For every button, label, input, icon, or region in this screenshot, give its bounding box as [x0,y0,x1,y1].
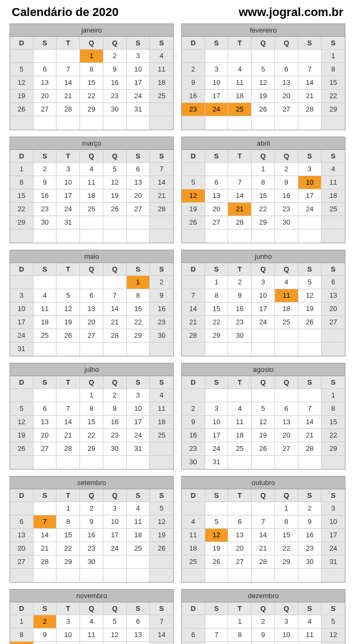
week-row: 567891011 [182,176,345,189]
day-cell: 20 [205,203,229,216]
weekday-label: T [57,602,80,615]
day-cell: 7 [34,515,57,529]
day-cell: 9 [34,629,57,642]
day-cell: 30 [103,103,127,116]
day-cell: 24 [10,329,34,343]
day-cell: 8 [228,629,252,642]
day-cell [10,456,34,469]
day-cell [103,555,127,569]
weekday-label: S [205,263,229,276]
day-cell [205,50,229,63]
day-cell: 8 [127,289,150,303]
day-cell: 16 [150,303,173,316]
day-cell: 30 [182,456,205,469]
day-cell: 7 [57,63,80,76]
week-row [10,569,173,582]
weekday-label: S [150,37,173,50]
day-cell: 21 [182,316,205,329]
day-cell [252,50,275,63]
weekday-label: T [228,263,252,276]
day-cell: 15 [127,303,150,316]
day-cell: 22 [80,90,103,103]
day-cell: 4 [298,615,322,629]
day-cell: 5 [252,402,275,416]
day-cell [321,343,345,356]
day-cell: 6 [10,515,34,529]
weekday-header: DSTQQSS [182,263,345,276]
month-setembro: setembroDSTQQSS1234567891011121314151617… [10,476,174,583]
weekday-label: D [182,376,205,389]
month-novembro: novembroDSTQQSS1234567891011121314151617… [10,589,174,644]
week-row: 11121314151617 [182,529,345,542]
day-cell [150,442,173,456]
day-cell: 17 [252,303,275,316]
day-cell: 29 [10,216,34,229]
weekday-label: S [127,376,150,389]
day-cell: 20 [127,642,150,644]
day-cell: 25 [80,203,103,216]
day-cell [298,343,322,356]
day-cell [103,116,127,130]
day-cell: 23 [80,542,103,555]
day-cell [182,502,205,515]
day-cell: 12 [252,76,275,90]
day-cell: 22 [205,316,229,329]
day-cell [252,502,275,515]
day-cell: 6 [228,515,252,529]
day-cell: 2 [34,615,57,629]
day-cell: 30 [298,555,322,569]
day-cell: 3 [127,50,150,63]
week-row: 1234 [10,50,173,63]
day-cell: 7 [150,615,173,629]
day-cell: 12 [252,416,275,429]
day-cell [34,276,57,289]
day-cell: 8 [80,63,103,76]
day-cell: 25 [127,542,150,555]
month-outubro: outubroDSTQQSS12345678910111213141516171… [181,476,345,583]
day-cell: 7 [150,163,173,176]
day-cell: 7 [228,176,252,189]
day-cell: 14 [34,529,57,542]
day-cell [57,276,80,289]
day-cell: 5 [182,176,205,189]
day-cell: 14 [298,416,322,429]
weekday-label: S [34,150,57,163]
day-cell: 4 [228,402,252,416]
day-cell: 28 [182,329,205,343]
day-cell: 25 [228,103,252,116]
week-row: 23242526272829 [182,442,345,456]
day-cell: 9 [252,629,275,642]
day-cell: 4 [150,50,173,63]
day-cell: 20 [127,189,150,203]
day-cell: 28 [252,555,275,569]
weekday-label: S [127,150,150,163]
weekday-header: DSTQQSS [10,150,173,163]
day-cell: 26 [252,442,275,456]
weekday-label: Q [275,37,298,50]
day-cell: 12 [150,515,173,529]
weekday-label: S [321,263,345,276]
day-cell: 16 [228,303,252,316]
day-cell: 2 [228,276,252,289]
week-row: 891011121314 [10,176,173,189]
week-row: 6789101112 [10,515,173,529]
week-row [10,116,173,130]
week-row: 12131415161718 [182,189,345,203]
day-cell: 16 [252,642,275,644]
week-row: 3031 [182,456,345,469]
day-cell: 29 [252,216,275,229]
week-row: 1234567 [10,163,173,176]
weekday-label: S [298,37,322,50]
week-row: 891011121314 [10,629,173,642]
day-cell: 1 [228,615,252,629]
month-maio: maioDSTQQSS12345678910111213141516171819… [10,250,174,356]
day-cell: 17 [205,429,229,442]
day-cell: 23 [103,90,127,103]
week-row: 25262728293031 [182,555,345,569]
weekday-label: S [321,602,345,615]
day-cell [127,555,150,569]
day-cell: 28 [298,103,322,116]
weekday-label: T [57,489,80,502]
week-row: 262728293031 [10,103,173,116]
day-cell: 29 [80,103,103,116]
